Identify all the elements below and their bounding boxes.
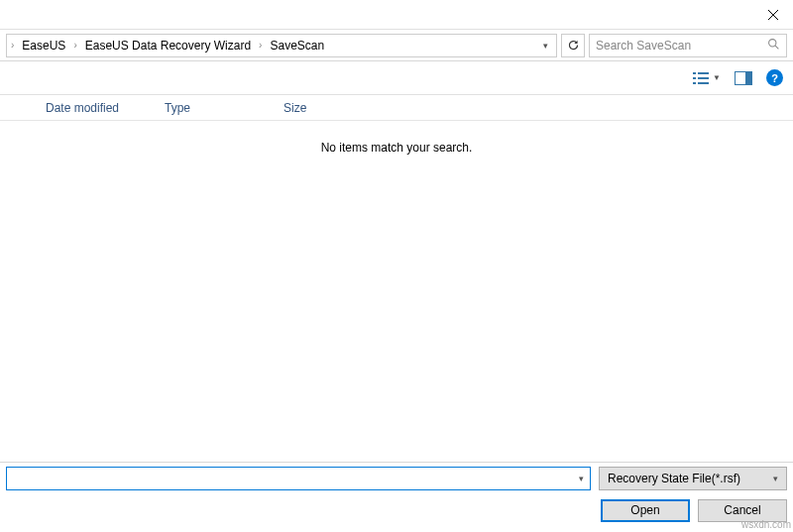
chevron-right-icon: › — [9, 40, 16, 51]
open-button[interactable]: Open — [601, 499, 690, 522]
breadcrumb-item[interactable]: EaseUS Data Recovery Wizard — [79, 35, 257, 56]
help-icon: ? — [771, 72, 778, 84]
address-bar: › EaseUS › EaseUS Data Recovery Wizard ›… — [0, 30, 793, 61]
refresh-icon — [567, 39, 580, 52]
close-button[interactable] — [753, 1, 793, 29]
chevron-down-icon[interactable]: ▾ — [537, 41, 554, 51]
button-row: Open Cancel — [0, 494, 793, 532]
breadcrumb-item[interactable]: SaveScan — [264, 35, 330, 56]
preview-pane-button[interactable] — [735, 69, 752, 87]
filetype-label: Recovery State File(*.rsf) — [608, 472, 740, 485]
toolbar: ▼ ? — [0, 61, 793, 95]
search-icon — [767, 38, 780, 53]
filename-input[interactable]: ▾ — [6, 467, 591, 490]
svg-rect-6 — [693, 77, 696, 79]
filetype-filter[interactable]: Recovery State File(*.rsf) ▾ — [599, 467, 787, 490]
preview-pane-icon — [735, 71, 752, 85]
svg-rect-4 — [693, 72, 696, 74]
breadcrumb-item[interactable]: EaseUS — [16, 35, 71, 56]
chevron-down-icon[interactable]: ▾ — [579, 474, 584, 483]
column-header-type[interactable]: Type — [165, 101, 283, 115]
svg-rect-9 — [698, 82, 709, 84]
svg-point-2 — [769, 39, 776, 46]
svg-rect-5 — [698, 72, 709, 74]
titlebar — [0, 0, 793, 30]
empty-message: No items match your search. — [0, 121, 793, 155]
breadcrumb[interactable]: › EaseUS › EaseUS Data Recovery Wizard ›… — [6, 34, 557, 57]
help-button[interactable]: ? — [766, 69, 783, 86]
svg-line-3 — [775, 46, 778, 49]
chevron-down-icon: ▾ — [773, 474, 778, 483]
svg-rect-7 — [698, 77, 709, 79]
watermark: wsxdn.com — [741, 519, 791, 530]
search-input[interactable]: Search SaveScan — [589, 34, 787, 57]
column-headers: Date modified Type Size — [0, 95, 793, 121]
refresh-button[interactable] — [561, 34, 585, 57]
chevron-right-icon: › — [71, 40, 78, 51]
bottom-panel: ▾ Recovery State File(*.rsf) ▾ Open Canc… — [0, 462, 793, 532]
search-placeholder: Search SaveScan — [596, 39, 691, 53]
file-list: No items match your search. — [0, 121, 793, 448]
list-view-icon — [693, 71, 709, 85]
column-header-size[interactable]: Size — [283, 101, 363, 115]
chevron-down-icon: ▼ — [713, 73, 721, 82]
svg-rect-8 — [693, 82, 696, 84]
file-input-row: ▾ Recovery State File(*.rsf) ▾ — [0, 463, 793, 494]
view-mode-button[interactable]: ▼ — [693, 71, 721, 85]
close-icon — [768, 10, 778, 20]
svg-rect-11 — [745, 71, 752, 84]
chevron-right-icon: › — [257, 40, 264, 51]
column-header-date[interactable]: Date modified — [46, 101, 165, 115]
